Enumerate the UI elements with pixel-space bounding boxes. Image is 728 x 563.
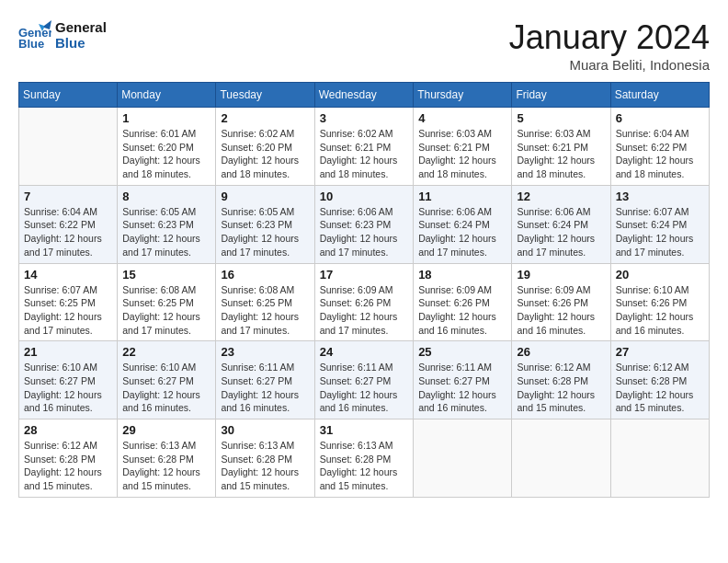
logo: General Blue GeneralBlue bbox=[18, 18, 107, 52]
day-number: 29 bbox=[122, 423, 210, 437]
weekday-header-sunday: Sunday bbox=[19, 83, 118, 108]
calendar-cell: 28Sunrise: 6:12 AMSunset: 6:28 PMDayligh… bbox=[19, 419, 118, 498]
day-number: 20 bbox=[616, 268, 704, 282]
day-info: Sunrise: 6:08 AMSunset: 6:25 PMDaylight:… bbox=[122, 283, 210, 338]
day-info: Sunrise: 6:11 AMSunset: 6:27 PMDaylight:… bbox=[320, 361, 408, 415]
day-number: 24 bbox=[320, 345, 408, 359]
day-info: Sunrise: 6:06 AMSunset: 6:24 PMDaylight:… bbox=[517, 205, 605, 259]
calendar-cell bbox=[19, 108, 118, 186]
calendar-cell: 15Sunrise: 6:08 AMSunset: 6:25 PMDayligh… bbox=[118, 263, 216, 341]
calendar-cell: 23Sunrise: 6:11 AMSunset: 6:27 PMDayligh… bbox=[216, 341, 314, 419]
day-info: Sunrise: 6:07 AMSunset: 6:24 PMDaylight:… bbox=[616, 205, 704, 259]
day-number: 30 bbox=[221, 423, 309, 437]
calendar-cell: 7Sunrise: 6:04 AMSunset: 6:22 PMDaylight… bbox=[19, 185, 118, 263]
day-info: Sunrise: 6:03 AMSunset: 6:21 PMDaylight:… bbox=[517, 127, 605, 181]
day-info: Sunrise: 6:10 AMSunset: 6:27 PMDaylight:… bbox=[24, 361, 112, 415]
svg-text:Blue: Blue bbox=[18, 37, 44, 51]
day-number: 28 bbox=[24, 423, 112, 437]
calendar-cell: 22Sunrise: 6:10 AMSunset: 6:27 PMDayligh… bbox=[118, 341, 216, 419]
calendar-week-row: 28Sunrise: 6:12 AMSunset: 6:28 PMDayligh… bbox=[19, 419, 710, 498]
month-title: January 2024 bbox=[509, 18, 710, 57]
calendar-cell: 3Sunrise: 6:02 AMSunset: 6:21 PMDaylight… bbox=[314, 108, 413, 186]
calendar-cell: 1Sunrise: 6:01 AMSunset: 6:20 PMDaylight… bbox=[118, 108, 216, 186]
day-number: 21 bbox=[24, 345, 112, 359]
weekday-header-friday: Friday bbox=[512, 83, 610, 108]
day-number: 13 bbox=[616, 190, 704, 203]
day-info: Sunrise: 6:06 AMSunset: 6:24 PMDaylight:… bbox=[418, 205, 506, 259]
day-info: Sunrise: 6:12 AMSunset: 6:28 PMDaylight:… bbox=[517, 361, 605, 415]
calendar-week-row: 21Sunrise: 6:10 AMSunset: 6:27 PMDayligh… bbox=[19, 341, 710, 419]
calendar-cell: 19Sunrise: 6:09 AMSunset: 6:26 PMDayligh… bbox=[512, 263, 610, 341]
day-info: Sunrise: 6:13 AMSunset: 6:28 PMDaylight:… bbox=[221, 439, 309, 493]
day-info: Sunrise: 6:01 AMSunset: 6:20 PMDaylight:… bbox=[122, 127, 210, 181]
calendar-cell: 9Sunrise: 6:05 AMSunset: 6:23 PMDaylight… bbox=[216, 185, 314, 263]
calendar-cell: 12Sunrise: 6:06 AMSunset: 6:24 PMDayligh… bbox=[512, 185, 610, 263]
day-info: Sunrise: 6:10 AMSunset: 6:26 PMDaylight:… bbox=[616, 283, 704, 338]
day-info: Sunrise: 6:02 AMSunset: 6:21 PMDaylight:… bbox=[320, 127, 408, 181]
day-info: Sunrise: 6:09 AMSunset: 6:26 PMDaylight:… bbox=[418, 283, 506, 338]
calendar-table: SundayMondayTuesdayWednesdayThursdayFrid… bbox=[18, 82, 710, 498]
calendar-cell: 4Sunrise: 6:03 AMSunset: 6:21 PMDaylight… bbox=[414, 108, 512, 186]
weekday-header-monday: Monday bbox=[118, 83, 216, 108]
day-number: 11 bbox=[418, 190, 506, 203]
calendar-cell: 17Sunrise: 6:09 AMSunset: 6:26 PMDayligh… bbox=[314, 263, 413, 341]
calendar-week-row: 1Sunrise: 6:01 AMSunset: 6:20 PMDaylight… bbox=[19, 108, 710, 186]
calendar-header-row: SundayMondayTuesdayWednesdayThursdayFrid… bbox=[19, 83, 710, 108]
calendar-cell: 25Sunrise: 6:11 AMSunset: 6:27 PMDayligh… bbox=[414, 341, 512, 419]
calendar-week-row: 14Sunrise: 6:07 AMSunset: 6:25 PMDayligh… bbox=[19, 263, 710, 341]
weekday-header-thursday: Thursday bbox=[414, 83, 512, 108]
day-info: Sunrise: 6:04 AMSunset: 6:22 PMDaylight:… bbox=[24, 205, 112, 259]
day-info: Sunrise: 6:13 AMSunset: 6:28 PMDaylight:… bbox=[122, 439, 210, 493]
calendar-cell: 14Sunrise: 6:07 AMSunset: 6:25 PMDayligh… bbox=[19, 263, 118, 341]
weekday-header-tuesday: Tuesday bbox=[216, 83, 314, 108]
calendar-cell: 20Sunrise: 6:10 AMSunset: 6:26 PMDayligh… bbox=[610, 263, 709, 341]
weekday-header-saturday: Saturday bbox=[610, 83, 709, 108]
calendar-week-row: 7Sunrise: 6:04 AMSunset: 6:22 PMDaylight… bbox=[19, 185, 710, 263]
day-number: 17 bbox=[320, 268, 408, 282]
title-block: January 2024 Muara Beliti, Indonesia bbox=[509, 18, 710, 73]
day-info: Sunrise: 6:03 AMSunset: 6:21 PMDaylight:… bbox=[418, 127, 506, 181]
day-number: 9 bbox=[221, 190, 309, 203]
day-info: Sunrise: 6:04 AMSunset: 6:22 PMDaylight:… bbox=[616, 127, 704, 181]
day-number: 4 bbox=[418, 111, 506, 125]
day-number: 19 bbox=[517, 268, 605, 282]
calendar-cell bbox=[414, 419, 512, 498]
day-number: 2 bbox=[221, 111, 309, 125]
day-number: 18 bbox=[418, 268, 506, 282]
calendar-cell: 29Sunrise: 6:13 AMSunset: 6:28 PMDayligh… bbox=[118, 419, 216, 498]
day-number: 5 bbox=[517, 111, 605, 125]
day-number: 14 bbox=[24, 268, 112, 282]
calendar-cell: 18Sunrise: 6:09 AMSunset: 6:26 PMDayligh… bbox=[414, 263, 512, 341]
day-number: 7 bbox=[24, 190, 112, 203]
day-info: Sunrise: 6:02 AMSunset: 6:20 PMDaylight:… bbox=[221, 127, 309, 181]
day-info: Sunrise: 6:05 AMSunset: 6:23 PMDaylight:… bbox=[122, 205, 210, 259]
day-number: 12 bbox=[517, 190, 605, 203]
day-number: 26 bbox=[517, 345, 605, 359]
calendar-cell: 11Sunrise: 6:06 AMSunset: 6:24 PMDayligh… bbox=[414, 185, 512, 263]
day-info: Sunrise: 6:12 AMSunset: 6:28 PMDaylight:… bbox=[616, 361, 704, 415]
calendar-cell: 10Sunrise: 6:06 AMSunset: 6:23 PMDayligh… bbox=[314, 185, 413, 263]
calendar-cell bbox=[610, 419, 709, 498]
day-info: Sunrise: 6:06 AMSunset: 6:23 PMDaylight:… bbox=[320, 205, 408, 259]
calendar-cell: 16Sunrise: 6:08 AMSunset: 6:25 PMDayligh… bbox=[216, 263, 314, 341]
day-info: Sunrise: 6:13 AMSunset: 6:28 PMDaylight:… bbox=[320, 439, 408, 493]
day-number: 1 bbox=[122, 111, 210, 125]
calendar-cell: 21Sunrise: 6:10 AMSunset: 6:27 PMDayligh… bbox=[19, 341, 118, 419]
day-info: Sunrise: 6:09 AMSunset: 6:26 PMDaylight:… bbox=[320, 283, 408, 338]
day-number: 3 bbox=[320, 111, 408, 125]
day-info: Sunrise: 6:07 AMSunset: 6:25 PMDaylight:… bbox=[24, 283, 112, 338]
page-header: General Blue GeneralBlue January 2024 Mu… bbox=[18, 18, 710, 73]
calendar-cell bbox=[512, 419, 610, 498]
day-number: 23 bbox=[221, 345, 309, 359]
logo-text: GeneralBlue bbox=[55, 19, 107, 51]
day-info: Sunrise: 6:10 AMSunset: 6:27 PMDaylight:… bbox=[122, 361, 210, 415]
day-number: 22 bbox=[122, 345, 210, 359]
day-info: Sunrise: 6:11 AMSunset: 6:27 PMDaylight:… bbox=[418, 361, 506, 415]
calendar-cell: 27Sunrise: 6:12 AMSunset: 6:28 PMDayligh… bbox=[610, 341, 709, 419]
calendar-cell: 5Sunrise: 6:03 AMSunset: 6:21 PMDaylight… bbox=[512, 108, 610, 186]
calendar-cell: 2Sunrise: 6:02 AMSunset: 6:20 PMDaylight… bbox=[216, 108, 314, 186]
calendar-cell: 13Sunrise: 6:07 AMSunset: 6:24 PMDayligh… bbox=[610, 185, 709, 263]
day-number: 10 bbox=[320, 190, 408, 203]
day-info: Sunrise: 6:12 AMSunset: 6:28 PMDaylight:… bbox=[24, 439, 112, 493]
calendar-cell: 31Sunrise: 6:13 AMSunset: 6:28 PMDayligh… bbox=[314, 419, 413, 498]
